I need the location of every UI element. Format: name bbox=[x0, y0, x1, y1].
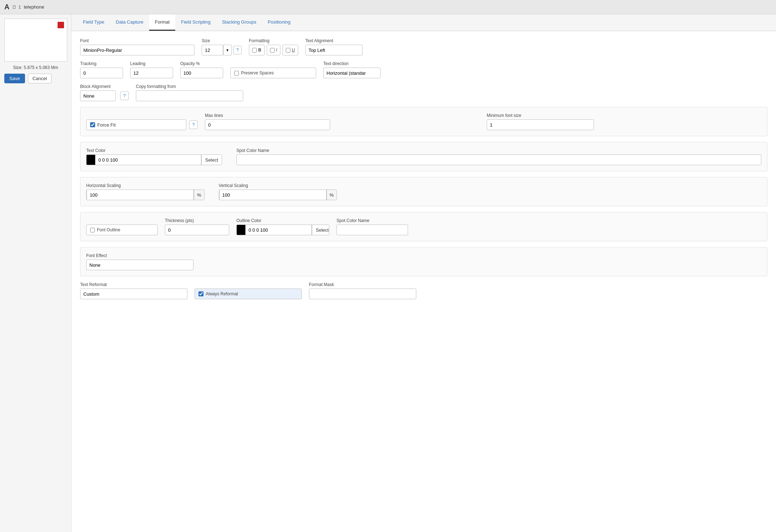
field-name-title: telephone bbox=[24, 4, 44, 10]
outline-color-value[interactable] bbox=[245, 225, 312, 235]
sidebar: Size: 5.875 x 5.063 Mm Save Cancel bbox=[0, 14, 72, 532]
text-reformat-select[interactable]: Custom bbox=[80, 289, 187, 299]
doc-number: 1 bbox=[18, 4, 21, 10]
text-alignment-select[interactable]: Top Left bbox=[305, 45, 363, 55]
min-font-input[interactable] bbox=[487, 119, 594, 130]
doc-indicator: 🗋 1 bbox=[12, 4, 21, 10]
font-group: Font MinionPro-Regular bbox=[80, 38, 195, 55]
always-reformat-label[interactable]: Always Reformat bbox=[195, 289, 302, 299]
vertical-scaling-input[interactable] bbox=[219, 189, 326, 200]
text-color-swatch bbox=[87, 155, 95, 165]
always-reformat-checkbox[interactable] bbox=[198, 291, 203, 296]
size-group: Size ▼ ? bbox=[202, 38, 242, 55]
format-mask-input[interactable] bbox=[309, 289, 416, 299]
block-align-help-btn[interactable]: ? bbox=[120, 92, 129, 100]
block-align-row: Block Alignment None ? Copy formatting f… bbox=[80, 84, 767, 101]
opacity-group: Opacity % 100 bbox=[180, 61, 223, 78]
copy-formatting-select[interactable] bbox=[136, 90, 243, 101]
underline-checkbox[interactable] bbox=[286, 48, 290, 53]
italic-btn[interactable]: I bbox=[267, 45, 280, 55]
tracking-group: Tracking 0 bbox=[80, 61, 123, 78]
horizontal-scaling-input[interactable] bbox=[87, 189, 194, 200]
italic-label: I bbox=[276, 48, 277, 53]
cancel-button[interactable]: Cancel bbox=[28, 74, 51, 83]
vertical-scaling-label: Vertical Scaling bbox=[219, 183, 337, 188]
tab-bar: Field Type Data Capture Format Field Scr… bbox=[72, 14, 776, 31]
size-help-btn[interactable]: ? bbox=[233, 46, 242, 54]
copy-formatting-group: Copy formatting from bbox=[136, 84, 243, 101]
preserve-spaces-checkbox-label[interactable]: Preserve Spaces bbox=[230, 68, 316, 78]
tracking-row: Tracking 0 Leading 12 Opacity % 100 bbox=[80, 61, 767, 78]
max-lines-input[interactable] bbox=[205, 119, 330, 130]
leading-select[interactable]: 12 bbox=[130, 68, 173, 78]
size-input[interactable] bbox=[202, 45, 223, 55]
underline-label: U bbox=[292, 48, 295, 53]
bold-label: B bbox=[258, 48, 261, 53]
force-fit-checkbox[interactable] bbox=[90, 122, 95, 127]
italic-checkbox[interactable] bbox=[270, 48, 275, 53]
content-area: Field Type Data Capture Format Field Scr… bbox=[72, 14, 776, 532]
action-buttons: Save Cancel bbox=[4, 74, 67, 83]
font-outline-group: x Font Outline bbox=[86, 218, 158, 235]
tab-stacking-groups[interactable]: Stacking Groups bbox=[216, 14, 262, 31]
vertical-scaling-group: Vertical Scaling % bbox=[219, 183, 337, 200]
tab-positioning[interactable]: Positioning bbox=[262, 14, 296, 31]
tab-field-type[interactable]: Field Type bbox=[77, 14, 110, 31]
preserve-spaces-checkbox[interactable] bbox=[234, 71, 239, 75]
tracking-select[interactable]: 0 bbox=[80, 68, 123, 78]
app-icon: A bbox=[4, 3, 9, 11]
tab-field-scripting[interactable]: Field Scripting bbox=[175, 14, 216, 31]
save-button[interactable]: Save bbox=[4, 74, 25, 83]
reformat-row: Text Reformat Custom x Always Reformat bbox=[80, 282, 767, 299]
text-color-section: Text Color Select Spot Color Name bbox=[80, 142, 767, 171]
text-color-select-btn[interactable]: Select bbox=[201, 155, 222, 165]
preserve-spaces-label: Preserve Spaces bbox=[241, 70, 274, 75]
text-color-input-group: Select bbox=[86, 154, 222, 165]
size-dropdown-btn[interactable]: ▼ bbox=[223, 45, 232, 55]
text-direction-select[interactable]: Horizontal (standar bbox=[323, 68, 380, 78]
always-reformat-text: Always Reformat bbox=[206, 291, 238, 296]
font-row: Font MinionPro-Regular Size ▼ ? Formatti… bbox=[80, 38, 767, 55]
size-label: Size bbox=[202, 38, 242, 43]
horizontal-scaling-input-group: % bbox=[86, 189, 205, 200]
force-fit-label[interactable]: Force Fit bbox=[86, 119, 186, 130]
bold-checkbox[interactable] bbox=[252, 48, 257, 53]
spot-color-input[interactable] bbox=[236, 154, 761, 165]
underline-btn[interactable]: U bbox=[283, 45, 298, 55]
copy-formatting-label: Copy formatting from bbox=[136, 84, 243, 89]
font-outline-label[interactable]: Font Outline bbox=[86, 225, 158, 235]
outline-spot-color-input[interactable] bbox=[337, 225, 408, 235]
scaling-section: Horizontal Scaling % Vertical Scaling % bbox=[80, 177, 767, 206]
tab-format[interactable]: Format bbox=[149, 14, 175, 31]
force-fit-help-btn[interactable]: ? bbox=[189, 120, 198, 129]
opacity-select[interactable]: 100 bbox=[180, 68, 223, 78]
leading-label: Leading bbox=[130, 61, 173, 66]
font-outline-text: Font Outline bbox=[97, 227, 120, 232]
format-mask-label: Format Mask bbox=[309, 282, 416, 287]
max-lines-label: Max lines bbox=[205, 113, 480, 118]
block-alignment-select[interactable]: None bbox=[80, 90, 116, 101]
tab-data-capture[interactable]: Data Capture bbox=[110, 14, 149, 31]
horizontal-percent: % bbox=[194, 190, 204, 200]
font-effect-section: Font Effect None bbox=[80, 247, 767, 276]
font-outline-checkbox[interactable] bbox=[90, 228, 95, 232]
vertical-scaling-input-group: % bbox=[219, 189, 337, 200]
bold-btn[interactable]: B bbox=[249, 45, 265, 55]
thickness-input[interactable] bbox=[165, 225, 229, 235]
font-select[interactable]: MinionPro-Regular bbox=[80, 45, 195, 55]
force-fit-section: Force Fit ? Max lines Minimum font size bbox=[80, 107, 767, 136]
max-lines-group: Max lines bbox=[205, 113, 480, 130]
outline-color-group: Outline Color Select bbox=[236, 218, 329, 235]
outline-color-input-group: Select bbox=[236, 225, 329, 235]
force-fit-row: Force Fit ? Max lines Minimum font size bbox=[86, 113, 761, 130]
color-row: Text Color Select Spot Color Name bbox=[86, 148, 761, 165]
tracking-label: Tracking bbox=[80, 61, 123, 66]
font-effect-select[interactable]: None bbox=[86, 260, 193, 270]
text-direction-group: Text direction Horizontal (standar bbox=[323, 61, 380, 78]
text-color-value[interactable] bbox=[95, 154, 201, 165]
text-alignment-label: Text Alignment bbox=[305, 38, 363, 43]
formatting-group: Formatting B I U bbox=[249, 38, 298, 55]
min-font-label: Minimum font size bbox=[487, 113, 761, 118]
outline-color-select-btn[interactable]: Select bbox=[312, 225, 329, 235]
font-effect-label: Font Effect bbox=[86, 253, 761, 258]
